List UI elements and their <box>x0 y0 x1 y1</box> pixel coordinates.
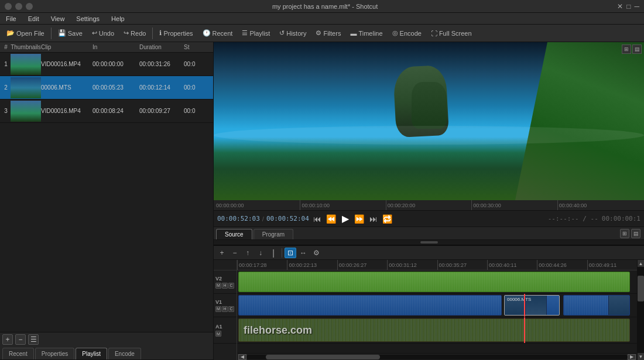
v1-hide-button[interactable]: H <box>222 306 228 312</box>
timeline-remove-button[interactable]: − <box>229 248 241 258</box>
tab-encode[interactable]: Encode <box>108 348 141 359</box>
row-1-duration: 00:00:31:26 <box>139 61 184 67</box>
titlebar-close-icon[interactable]: ✕ <box>617 2 623 11</box>
ruler-mark-3: 00:00:30:00 <box>471 200 557 210</box>
right-scrollbar: ▲ ▼ <box>637 260 644 360</box>
toolbar-separator <box>51 28 52 39</box>
track-labels: V2 M H C V1 M H C <box>214 260 237 360</box>
scroll-up-button[interactable]: ▲ <box>638 260 644 267</box>
vertical-scroll-thumb[interactable] <box>638 276 644 301</box>
redo-button[interactable]: ↪ Redo <box>119 26 150 40</box>
vertical-scroll-track[interactable] <box>638 267 644 353</box>
scroll-track[interactable] <box>246 355 628 359</box>
close-button[interactable] <box>5 3 12 10</box>
menu-file[interactable]: File <box>4 14 19 23</box>
titlebar-min-icon[interactable]: ─ <box>634 2 639 11</box>
tab-properties[interactable]: Properties <box>35 348 75 359</box>
prev-frame-button[interactable]: ⏪ <box>326 213 337 225</box>
right-panel: ⊞ ▤ 00:00:00:00 00:00:10:00 00:00:20:00 … <box>214 42 644 360</box>
playlist-menu-button[interactable]: ☰ <box>28 334 39 345</box>
a1-mute-button[interactable]: M <box>215 331 221 337</box>
skip-to-end-button[interactable]: ⏭ <box>368 213 379 225</box>
row-3-num: 3 <box>1 108 11 114</box>
preview-right-controls: --:--:-- / -- 00:00:00:1 <box>548 215 640 222</box>
col-in: In <box>93 44 139 50</box>
timeline-scrollbar: ◀ ▶ <box>237 353 637 360</box>
timeline-snap-button[interactable]: ⊡ <box>285 248 296 258</box>
v1-clip-1[interactable] <box>238 295 502 316</box>
properties-button[interactable]: ℹ Properties <box>155 26 197 40</box>
skip-to-start-button[interactable]: ⏮ <box>311 213 323 225</box>
tab-source[interactable]: Source <box>216 229 252 239</box>
maximize-button[interactable] <box>26 3 33 10</box>
timeline-split-button[interactable]: | <box>268 248 279 258</box>
timeline-overwrite-button[interactable]: ↓ <box>255 248 266 258</box>
v2-clip-1[interactable] <box>238 272 630 292</box>
preview-icon-2[interactable]: ▤ <box>632 44 642 54</box>
filters-button[interactable]: ⚙ Filters <box>311 26 345 40</box>
playlist-add-button[interactable]: + <box>2 334 13 345</box>
timeline-settings-button[interactable]: ⚙ <box>310 248 322 258</box>
redo-icon: ↪ <box>124 29 129 37</box>
playlist-row-2[interactable]: 2 00006.MTS 00:00:05:23 00:00:12:14 00:0 <box>0 76 213 100</box>
playlist-body: 1 VID00016.MP4 00:00:00:00 00:00:31:26 0… <box>0 53 213 332</box>
v1-mute-button[interactable]: M <box>215 306 221 312</box>
scroll-right-button[interactable]: ▶ <box>628 354 636 360</box>
timeline-append-button[interactable]: + <box>216 248 228 258</box>
tab-playlist[interactable]: Playlist <box>76 348 107 359</box>
v1-clip-2[interactable]: 00006.MTS <box>504 295 560 316</box>
menu-settings[interactable]: Settings <box>74 14 102 23</box>
menu-view[interactable]: View <box>49 14 67 23</box>
track-a1: filehorse.com <box>237 317 637 344</box>
clock-icon: 🕐 <box>203 29 211 37</box>
history-button[interactable]: ↺ History <box>275 26 310 40</box>
playlist-remove-button[interactable]: − <box>15 334 26 345</box>
scroll-left-button[interactable]: ◀ <box>238 354 246 360</box>
scroll-down-button[interactable]: ▼ <box>638 353 644 360</box>
v2-mute-button[interactable]: M <box>215 283 221 289</box>
timeline-icon: ▬ <box>350 30 357 37</box>
timeline-section: + − ↑ ↓ | ⊡ ↔ ⚙ V2 M <box>214 245 644 360</box>
current-time: 00:00:52:03 <box>217 215 260 222</box>
row-1-num: 1 <box>1 61 11 67</box>
preview-icon-1[interactable]: ⊞ <box>622 44 631 54</box>
undo-button[interactable]: ↩ Undo <box>88 26 118 40</box>
history-icon: ↺ <box>279 29 285 37</box>
save-button[interactable]: 💾 Save <box>54 26 87 40</box>
open-file-button[interactable]: 📂 Open File <box>2 26 49 40</box>
playlist-row-3[interactable]: 3 VID00016.MP4 00:00:08:24 00:00:09:27 0… <box>0 100 213 123</box>
menu-edit[interactable]: Edit <box>26 14 42 23</box>
undo-icon: ↩ <box>92 29 97 37</box>
timeline-lift-button[interactable]: ↑ <box>242 248 254 258</box>
audio-clip[interactable]: filehorse.com <box>238 318 630 342</box>
main-area: # Thumbnails Clip In Duration St 1 VID00… <box>0 42 644 360</box>
play-button[interactable]: ▶ <box>340 213 351 225</box>
playlist-row-1[interactable]: 1 VID00016.MP4 00:00:00:00 00:00:31:26 0… <box>0 53 213 76</box>
playlist-button[interactable]: ☰ Playlist <box>238 26 274 40</box>
source-icon-1[interactable]: ⊞ <box>620 229 629 238</box>
timeline-ripple-button[interactable]: ↔ <box>297 248 309 258</box>
v1-clip-3[interactable] <box>563 295 630 316</box>
tab-program[interactable]: Program <box>254 229 293 239</box>
v2-lock-button[interactable]: C <box>228 283 234 289</box>
titlebar-max-icon[interactable]: □ <box>626 2 631 11</box>
playlist-header: # Thumbnails Clip In Duration St <box>0 42 213 53</box>
fast-forward-button[interactable]: ⏩ <box>354 213 365 225</box>
encode-button[interactable]: ◎ Encode <box>388 26 426 40</box>
scroll-thumb[interactable] <box>266 355 380 359</box>
drag-divider[interactable] <box>214 240 644 245</box>
fullscreen-button[interactable]: ⛶ Full Screen <box>427 26 476 40</box>
v2-hide-button[interactable]: H <box>222 283 228 289</box>
loop-button[interactable]: 🔁 <box>382 213 393 225</box>
timeline-button[interactable]: ▬ Timeline <box>346 26 386 40</box>
recent-button[interactable]: 🕐 Recent <box>198 26 237 40</box>
menu-help[interactable]: Help <box>109 14 127 23</box>
source-icon-2[interactable]: ▤ <box>631 229 640 238</box>
window-title: my project has a name.mlt* - Shotcut <box>272 3 378 10</box>
v1-lock-button[interactable]: C <box>228 306 234 312</box>
tab-recent[interactable]: Recent <box>2 348 34 359</box>
clip-waveform-1 <box>239 296 501 315</box>
minimize-button[interactable] <box>15 3 22 10</box>
window-controls[interactable] <box>5 3 33 10</box>
row-3-duration: 00:00:09:27 <box>139 108 184 114</box>
